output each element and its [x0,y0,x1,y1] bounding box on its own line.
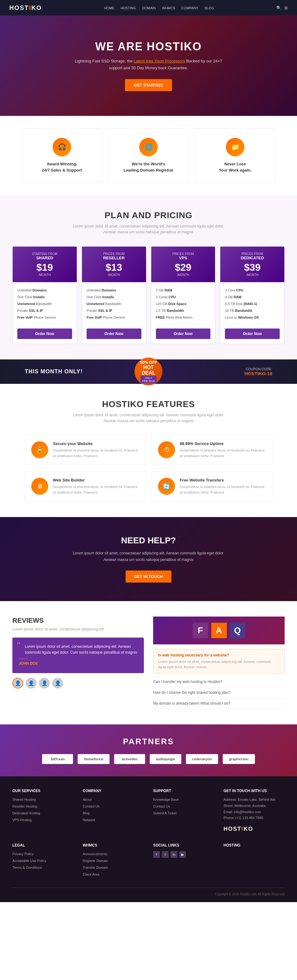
pricing-card-dedicated: PRICES FROM DEDICATED $39 /MONTH 2 Core … [220,246,285,344]
feature-backup-title: Never LoseYour Work again. [201,161,269,173]
need-help-title: NEED HELP? [9,536,288,546]
footer-announcements[interactable]: Announcements [83,852,108,856]
faq-letter-a: A [211,623,227,638]
footer-shared-hosting[interactable]: Shared Hosting [12,798,36,801]
youtube-icon[interactable]: ▶ [179,851,186,858]
review-text: Lorem ipsum dolor sit amet, consectetuer… [25,644,138,655]
footer-privacy[interactable]: Privacy Policy [12,852,34,856]
footer-register-domain[interactable]: Register Domain [83,859,108,862]
hero-link[interactable]: Latest Intel Xeon Processors [134,59,185,64]
feature-transfer-content: Free Website Transfers Suspendisse id ph… [180,478,266,495]
hero-section: WE ARE HOSTIKO Lightning Fast SSD Storag… [0,16,297,116]
social-icons: f t in ▶ [153,851,214,858]
hero-desc-before: Lightning Fast SSD Storage, the [75,59,134,64]
footer-blog[interactable]: Blog [83,811,90,815]
pricing-cards: STARTING FROM SHARED $19 /MONTH Unlimite… [12,246,285,344]
feature-uptime-content: 99.99% Service Uptime Suspendisse id pha… [180,441,266,459]
dedicated-order-button[interactable]: Order Now [225,329,279,339]
feature-transfer-title: Free Website Transfers [180,478,266,482]
footer-network[interactable]: Network [83,818,95,822]
footer-submit-ticket[interactable]: Submit A Ticket [153,811,176,815]
nav-hosting[interactable]: HOSTING [120,6,136,10]
twitter-icon[interactable]: t [162,851,169,858]
feature-uptime-title: 99.99% Service Uptime [180,441,266,446]
feature-secure-desc: Suspendisse id pharetra lacus, et hendre… [53,448,139,459]
feature-card-backup: 📁 Never LoseYour Work again. [195,128,275,183]
footer-knowledge-base[interactable]: Knowledge Base [153,798,179,801]
need-help-cta-button[interactable]: Get In Touch [126,571,172,582]
pricing-subtitle: Lorem ipsum dolor sit amet, consectetuer… [71,223,226,235]
reseller-features: Unlimited Domains One Click Installs Unm… [82,282,146,325]
footer-reseller-hosting[interactable]: Reseller Hosting [12,805,37,808]
avatar-3[interactable]: 👤 [39,678,50,689]
feature-domain-title: We're the World'sLeading Domain Registra… [115,161,182,173]
vps-from: PRICES FROM [156,252,211,256]
faq-featured-question: Is web hosting necessary for a website? … [153,649,285,673]
reseller-order-button[interactable]: Order Now [87,329,141,339]
footer-acceptable[interactable]: Acceptable Use Policy [12,859,46,862]
feature-card-domain: 🌐 We're the World'sLeading Domain Regist… [108,128,189,183]
footer-about[interactable]: About [83,798,92,801]
coupon-code: HOSTIKO-18 [244,371,272,376]
facebook-icon[interactable]: f [153,851,160,858]
instagram-icon[interactable]: in [171,851,177,858]
hot-deal-left-text: THIS MONTH ONLY! [25,368,83,375]
badge-deal-text: DEAL [142,370,155,376]
avatar-1[interactable]: 👤 [12,678,23,689]
faq-item-2[interactable]: How do I choose the right shared hosting… [153,687,285,698]
reseller-month: /MONTH [87,273,141,277]
menu-icon[interactable]: ⊞ [284,6,288,10]
hero-cta-button[interactable]: Get Started! [125,79,172,91]
review-avatars: 👤 👤 👤 👤 [12,678,144,689]
nav-home[interactable]: HOME [104,6,114,10]
partner-3docean: 3dOcean [42,754,73,764]
nav-domain[interactable]: DOMAIN [142,6,156,10]
badge-date-text: ONLYFEB 2018 [141,376,156,383]
feature-card-support: 🎧 Award-Winning,24/7 Sales & Support [22,128,102,183]
faq-item-1[interactable]: Can I transfer my web hosting to Hostiko… [153,676,285,687]
vps-order-button[interactable]: Order Now [156,329,211,339]
footer-dedicated-hosting[interactable]: Dedicated Hosting [12,811,40,815]
footer-col-services: OUR SERVICES Shared Hosting Reseller Hos… [12,789,73,834]
shared-order-button[interactable]: Order Now [18,329,72,339]
dedicated-features: 2 Core CPU 4 GB RAM 0.5 TB Disk (RAID-1)… [220,282,284,325]
feature-uptime: ⏱ 99.99% Service Uptime Suspendisse id p… [152,435,272,465]
hot-deal-banner: THIS MONTH ONLY! 50% OFF HOT DEAL ONLYFE… [0,360,297,384]
vps-price: $29 [156,262,211,273]
faq-item-3[interactable]: My domain is already taken! What should … [153,698,285,709]
shared-price: $19 [18,262,72,273]
backup-icon: 📁 [226,138,244,156]
footer-address: Address: Envato Labs, Behind Alix Street… [224,797,285,809]
footer-contact[interactable]: Contact Us [153,805,170,808]
badge-hot-text: HOT [143,365,154,370]
reseller-name: RESELLER [87,256,141,260]
shared-month: /MONTH [18,273,72,277]
footer-email: Email: info@hostiko.com [224,809,285,815]
avatar-2[interactable]: 👤 [26,678,37,689]
reviews-faq-section: REVIEWS Lorem ipsum dolor sit amet, cons… [0,601,297,724]
feature-secure-title: Secure your Website [53,441,139,446]
hot-deal-right: COUPON CODE: HOSTIKO-18 [244,367,272,376]
secure-icon: 🔒 [31,441,48,458]
footer-col-company: COMPANY About Contact Us Blog Network [83,789,144,834]
faq-letter-f: F [193,623,208,638]
hero-title: WE ARE HOSTIKO [9,40,288,53]
vps-name: VPS [156,256,211,260]
nav-blog[interactable]: BLOG [204,6,214,10]
nav-company[interactable]: COMPANY [181,6,198,10]
shared-features: Unlimited Domains One Click Installs Unm… [13,282,77,325]
footer-contact-us[interactable]: Contact Us [83,805,100,808]
dedicated-name: DEDICATED [225,256,279,260]
reseller-price: $13 [87,262,141,273]
reviews-title: REVIEWS [12,617,144,625]
review-card: " Lorem ipsum dolor sit amet, consectetu… [12,638,144,673]
footer-transfer-domain[interactable]: Transfer Domain [83,865,108,869]
footer-client-area[interactable]: Client Area [83,872,100,876]
avatar-4[interactable]: 👤 [52,678,63,689]
footer-vps-hosting[interactable]: VPS Hosting [12,818,32,822]
search-icon[interactable]: 🔍 [276,6,281,10]
footer-terms[interactable]: Terms & Conditions [12,865,42,869]
transfer-icon: 🔄 [158,478,175,495]
nav-whmcs[interactable]: WHMCS [162,6,176,10]
partner-themeforest: themeforest [78,754,110,764]
